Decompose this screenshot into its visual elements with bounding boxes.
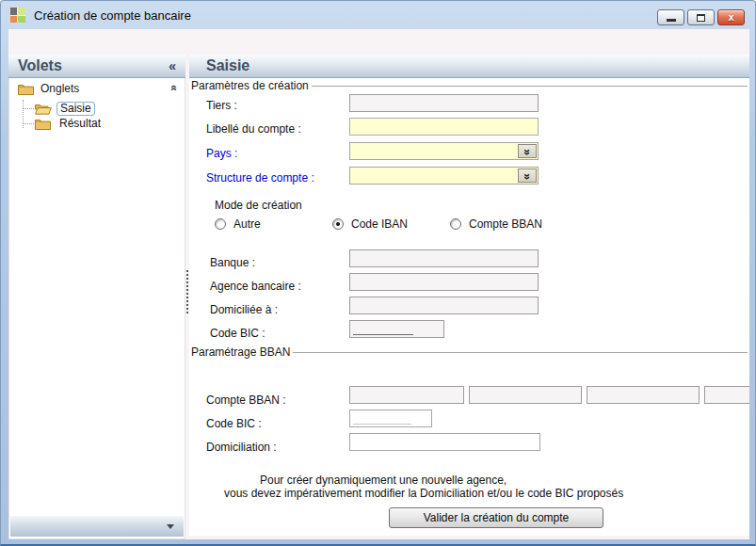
code-bic-bban-field[interactable] [349,410,432,427]
close-button[interactable]: x [717,9,745,25]
bban-segment-3-field [587,386,700,404]
masked-edit-underline [353,334,413,335]
tree-item-label: Résultat [56,117,105,131]
bban-groupbox-legend: Paramétrage BBAN [191,346,748,359]
chevron-up-icon[interactable]: » [167,86,180,91]
app-window: Création de compte bancaire x Volets « S… [0,0,756,546]
app-icon [10,8,25,23]
sidebar-header: Volets « [8,55,185,78]
compte-bban-label: Compte BBAN : [206,393,286,407]
libelle-label: Libellé du compte : [206,122,301,136]
folder-icon [35,118,51,130]
domiciliee-field [349,297,539,314]
structure-label: Structure de compte : [206,171,314,185]
radio-label: Code IBAN [351,217,408,231]
bban-legend-text: Paramétrage BBAN [191,346,290,359]
sidebar-group-label: Onglets [40,82,79,95]
restore-icon [697,14,705,22]
sidebar-group-onglets[interactable]: Onglets » [9,78,185,99]
domiciliee-label: Domiciliée à : [210,303,278,316]
window-content: Volets « Saisie Onglets » [8,29,749,539]
domiciliation-field[interactable] [349,433,540,451]
radio-icon [450,218,461,230]
chevron-down-icon: » [521,149,534,154]
radio-autre[interactable]: Autre [215,217,261,231]
folder-open-icon [35,103,52,115]
sidebar-title: Volets [18,57,62,74]
chevron-down-icon: » [521,173,534,179]
validate-account-creation-button[interactable]: Valider la création du compte [389,507,603,528]
bban-segment-2-field [469,386,582,404]
libelle-field[interactable] [349,118,539,136]
pays-dropdown-button[interactable]: » [518,144,537,158]
banque-label: Banque : [210,256,255,269]
window-title: Création de compte bancaire [34,8,191,23]
agency-note: Pour créer dynamiquement une nouvelle ag… [189,474,749,500]
sidebar-tree: Saisie Résultat [9,99,185,131]
code-bic-bban-label: Code BIC : [206,417,262,430]
banque-field [349,249,539,267]
agence-field [349,273,539,291]
mode-creation-label: Mode de création [215,199,302,212]
collapse-sidebar-icon[interactable]: « [169,58,176,73]
title-bar[interactable]: Création de compte bancaire [1,1,755,29]
radio-compte-bban[interactable]: Compte BBAN [450,217,542,231]
code-bic-iban-field [349,320,444,338]
radio-icon [215,218,226,230]
folder-icon [18,83,34,95]
close-icon: x [728,12,733,23]
pays-label: Pays : [206,147,237,160]
tree-branch-line [23,108,34,109]
tree-branch-line [23,123,34,124]
pays-combobox[interactable]: » [349,142,539,160]
sidebar: Onglets » Saisie [8,78,185,539]
tree-item-resultat[interactable]: Résultat [9,116,185,131]
tiers-field [349,94,539,112]
main-panel: Paramètres de création Tiers : Libellé d… [189,78,749,536]
domiciliation-label: Domiciliation : [206,441,277,454]
restore-button[interactable] [687,9,715,25]
groupbox-line [293,352,748,353]
panel-splitter-grip[interactable] [186,270,188,313]
note-line-2: vous devez impérativement modifier la Do… [189,487,749,500]
scroll-down-icon [167,524,174,529]
main-header: Saisie [189,55,749,78]
structure-dropdown-button[interactable]: » [518,169,537,183]
tree-item-saisie[interactable]: Saisie [9,101,185,116]
creation-groupbox-legend: Paramètres de création [191,80,748,92]
radio-label: Autre [233,217,261,231]
radio-icon [332,218,344,230]
creation-legend-text: Paramètres de création [191,80,309,92]
note-line-1: Pour créer dynamiquement une nouvelle ag… [189,474,749,487]
groupbox-line [312,86,748,87]
sidebar-scroll-down[interactable] [10,516,184,537]
minimize-button[interactable] [657,9,684,25]
radio-code-iban[interactable]: Code IBAN [332,217,408,231]
page-title: Saisie [206,57,249,74]
tree-item-label: Saisie [56,102,95,116]
masked-edit-underline [353,424,411,425]
bban-segment-4-field [704,386,749,404]
agence-label: Agence bancaire : [210,280,301,293]
structure-combobox[interactable]: » [349,167,539,185]
minimize-icon [667,19,676,22]
radio-label: Compte BBAN [469,217,542,231]
code-bic-iban-label: Code BIC : [210,327,265,340]
tiers-label: Tiers : [206,99,237,112]
bban-segment-1-field [349,386,464,404]
window-controls: x [657,9,745,25]
